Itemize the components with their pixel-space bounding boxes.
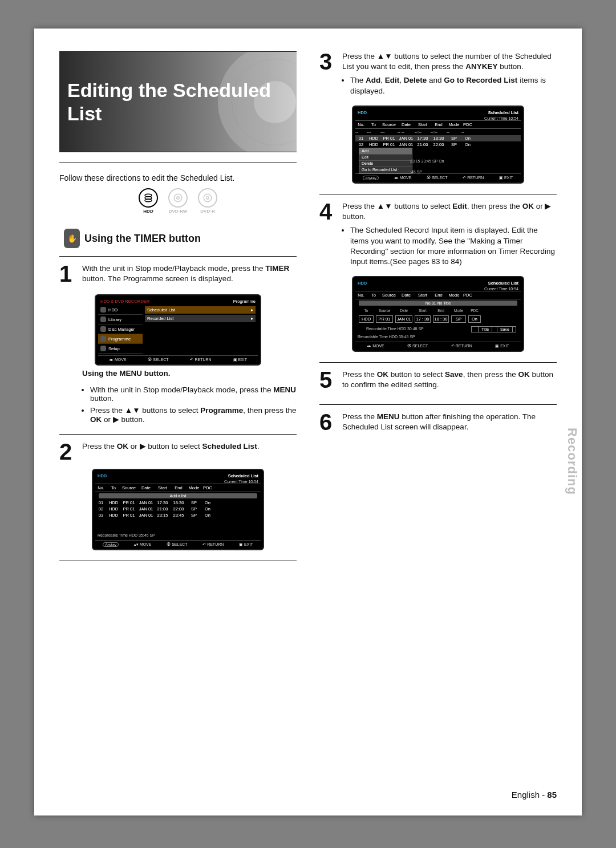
hand-icon: ✋ [64,229,80,248]
osd-hint: EXIT [238,358,247,362]
osd-row: 01HDDPR 01JAN 0117:3018:30SPOn [95,500,261,506]
hdd-icon [139,188,158,208]
dvd-rw-badge: DVD-RW [165,188,191,214]
step-text: Press the ▲▼ buttons to select Edit, the… [342,201,557,222]
section-title: Editing the Scheduled List [59,79,297,125]
scheduled-list-context-osd: HDD Scheduled List Current Time 10:54 No… [352,106,524,184]
right-column: 3 Press the ▲▼ buttons to select the num… [319,51,557,566]
hdd-badge: HDD [136,188,161,214]
osd-save-btn: Save [497,326,513,332]
osd-hint: RETURN [194,358,211,362]
subsection-heading: Using the TIMER button [84,233,201,245]
osd-rec-time: Recordable Time HDD 35:45 SP [95,532,261,538]
step-bullet: The Scheduled Record Input item is displ… [350,225,557,267]
media-badges: HDD DVD-RW DVD-R [59,188,297,214]
osd-panel: Scheduled List▸ Recorded List▸ [143,305,258,354]
step-5: 5 Press the OK button to select Save, th… [319,370,557,393]
step-text: Press the MENU button after finishing th… [342,412,557,432]
footer-language: English - [512,790,548,800]
osd-label-programme: Programme [233,299,256,304]
osd-panel-item: Recorded List [147,316,173,321]
badge-label: DVD-R [200,209,214,214]
disc-icon [168,188,188,208]
section-tab: Recording [562,423,582,500]
osd-time: Current Time 10:54 [95,480,261,484]
osd-menu-item: Programme [108,336,131,342]
osd-row: 02HDDPR 01JAN 0121:0022:00SPOn [95,506,261,512]
step-number: 2 [59,441,79,462]
ctx-item-edit: Edit [359,155,412,161]
step-2: 2 Press the OK or ▶ button to select Sch… [59,441,297,462]
osd-brand: HDD & DVD RECORDER [100,299,149,304]
badge-label: HDD [143,209,153,214]
step-text: With the unit in Stop mode/Playback mode… [82,263,297,284]
step-number: 4 [319,201,339,269]
step-number: 1 [59,263,79,287]
osd-hint: MOVE [115,358,127,362]
svg-point-2 [145,199,152,202]
svg-point-5 [204,194,212,202]
disc-icon [198,188,217,208]
svg-point-4 [177,197,180,200]
scheduled-list-osd: HDD Scheduled List Current Time 10:54 No… [92,469,264,550]
context-menu: Add Edit Delete Go to Recorded List [359,148,412,174]
osd-side-menu: HDD Library Disc Manager Programme Setup [98,305,143,354]
step-6: 6 Press the MENU button after finishing … [319,412,557,436]
step-text: Press the OK or ▶ button to select Sched… [82,441,297,452]
osd-menu-item: HDD [108,307,117,313]
left-column: Editing the Scheduled List Follow these … [59,51,297,566]
list-item: With the unit in Stop mode/Playback mode… [90,386,297,403]
step-4: 4 Press the ▲▼ buttons to select Edit, t… [319,201,557,269]
osd-rec-time2: Recordable Time HDD 30:48 SP [363,326,427,332]
osd-title: Scheduled List [228,473,258,478]
ctx-item-delete: Delete [359,161,412,167]
page-number: 85 [547,790,557,800]
step1-sub-list: With the unit in Stop mode/Playback mode… [82,386,297,424]
intro-text: Follow these directions to edit the Sche… [59,173,297,182]
step-text: Press the ▲▼ buttons to select the numbe… [342,51,557,72]
svg-point-6 [206,197,209,200]
osd-panel-item: Scheduled List [147,307,175,313]
manual-page: Editing the Scheduled List Follow these … [34,29,582,815]
section-title-card: Editing the Scheduled List [59,51,297,152]
osd-hdd-label: HDD [98,473,107,478]
step-text: Press the OK button to select Save, then… [342,370,557,390]
osd-col-headers: No.ToSourceDateStartEndModePDC [95,484,261,492]
ctx-item-recorded: Go to Recorded List [359,167,412,173]
step-number: 5 [319,370,339,393]
subsection-heading-row: ✋ Using the TIMER button [64,229,297,248]
step-number: 6 [319,412,339,436]
step-3: 3 Press the ▲▼ buttons to select the num… [319,51,557,99]
step-1: 1 With the unit in Stop mode/Playback mo… [59,263,297,287]
osd-edit-bar: No.01 No Title [359,301,517,306]
step-number: 3 [319,51,339,99]
badge-label: DVD-RW [169,209,188,214]
osd-row: 03HDDPR 01JAN 0123:1523:45SPOn [95,512,261,518]
osd-title-btn: Title [478,326,492,332]
ctx-item-add: Add [359,148,412,155]
dvd-r-badge: DVD-R [195,188,220,214]
anykey-pill: Anykey [103,542,119,547]
svg-point-3 [174,194,182,202]
list-item: Press the ▲▼ buttons to select Programme… [90,406,297,424]
step1-sub-heading: Using the MENU button. [82,369,297,378]
step-bullet: The Add, Edit, Delete and Go to Recorded… [350,75,557,96]
osd-menu-item: Library [108,317,121,322]
edit-record-osd: HDD Scheduled List Current Time 10:54 No… [352,276,524,352]
osd-menu-item: Disc Manager [108,327,135,332]
osd-hint: SELECT [153,358,168,362]
programme-osd: HDD & DVD RECORDER Programme HDD Library… [95,294,261,366]
page-footer: English - 85 [512,790,557,800]
osd-add-row: Add a list [99,493,257,498]
osd-edit-values: HDDPR 01JAN 0117 : 3018 : 30SPOn [355,314,521,324]
osd-menu-item: Setup [108,346,120,351]
